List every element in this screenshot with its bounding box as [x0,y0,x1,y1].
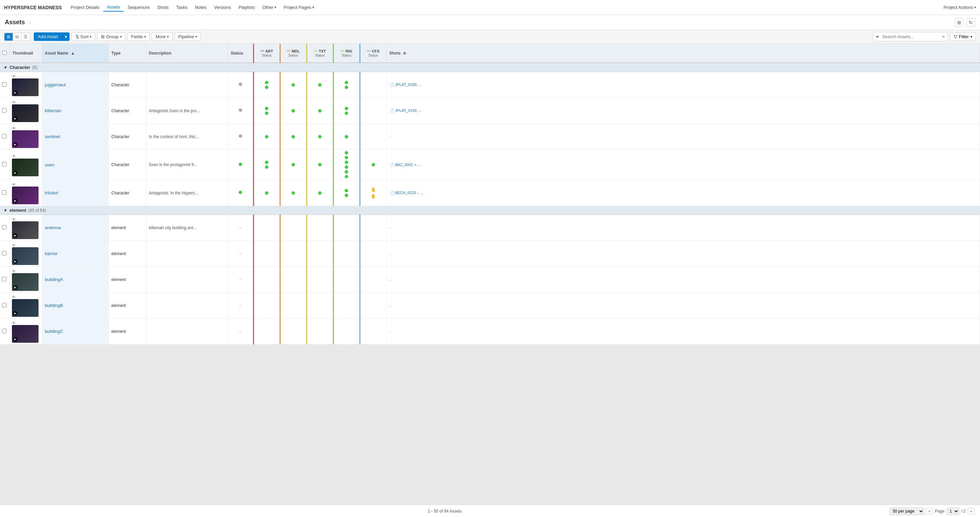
sort-asc-icon: ▲ [71,51,75,56]
eye-icon[interactable]: 👁 [12,243,16,247]
add-asset-button[interactable]: Add Asset [34,32,62,41]
eye-icon[interactable]: 👁 [12,217,16,221]
sub-header: Assets ☆ ⊞ ↻ [0,15,980,30]
asset-name-cell: trilobot [42,180,108,206]
project-actions[interactable]: Project Actions ▾ [943,5,976,10]
asset-name-link[interactable]: buildingB [45,303,64,308]
pipeline-cell [333,150,360,180]
shot-link[interactable]: BECH_0120 -, ... [395,191,423,195]
thumbnail-cell: 👁▶ [10,241,42,267]
asset-name-link[interactable]: sven [45,162,54,167]
asset-name-cell: killamari [42,98,108,124]
table-row: 👁▶buildingAelement–– [0,267,980,293]
view-grid-small-btn[interactable]: ⊞ [4,33,13,41]
group-arrow: ▾ [120,35,122,38]
nav-project-pages[interactable]: Project Pages ▾ [280,3,317,11]
eye-icon[interactable]: 👁 [12,321,16,325]
asset-name-link[interactable]: buildingC [45,329,64,334]
nav-notes[interactable]: Notes [192,3,210,11]
add-asset-group: Add Asset ▾ [34,32,70,41]
col-status-header: Status [228,44,253,63]
nav-sequences[interactable]: Sequences [124,3,153,11]
group-toggle[interactable]: ▼ [3,65,8,70]
row-checkbox[interactable] [2,251,6,255]
description-cell [146,293,228,318]
row-checkbox[interactable] [2,277,6,282]
pipeline-label: Pipeline [178,34,194,39]
row-checkbox[interactable] [2,162,6,166]
table-row: 👁▶killamariCharacterAntagonist.Sven is t… [0,98,980,124]
eye-icon[interactable]: 👁 [12,269,16,273]
shot-link[interactable]: ABC_0001 ×, ... [395,163,422,167]
group-button[interactable]: ⊞ Group ▾ [97,32,125,41]
description-cell: Antagonist. In the Hypers... [146,180,228,206]
asset-name-cell: buildingA [42,267,108,293]
thumbnail-cell: 👁▶ [10,293,42,318]
sort-arrow: ▾ [90,35,91,38]
pipeline-cell [253,180,280,206]
eye-icon[interactable]: 👁 [12,154,16,158]
col-name-header[interactable]: Asset Name ▲ [42,44,108,63]
asset-name-link[interactable]: juggernaut [45,82,66,87]
group-count: (45 of 54) [28,208,46,213]
nav-tasks[interactable]: Tasks [173,3,191,11]
thumbnail-cell: 👁▶ [10,150,42,180]
row-checkbox[interactable] [2,108,6,113]
shot-link[interactable]: JPLAT_0190, ... [395,83,422,87]
row-checkbox[interactable] [2,329,6,333]
sort-button[interactable]: ⇅ Sort ▾ [72,32,95,41]
nav-playlists[interactable]: Playlists [235,3,258,11]
filter-button[interactable]: ▽ Filter ▾ [950,32,976,41]
nav-versions[interactable]: Versions [211,3,235,11]
eye-icon[interactable]: 👁 [12,100,16,104]
type-cell: element [108,267,146,293]
select-all-checkbox[interactable] [2,51,7,55]
star-icon[interactable]: ☆ [28,20,32,25]
eye-icon[interactable]: 👁 [12,126,16,130]
fields-button[interactable]: Fields ▾ [127,32,150,41]
asset-name-link[interactable]: antenna [45,225,61,230]
row-checkbox[interactable] [2,190,6,195]
pipeline-cell [360,215,387,241]
shots-column-settings-icon[interactable]: ⚙ [403,51,406,55]
eye-icon[interactable]: 👁 [12,74,16,78]
row-checkbox[interactable] [2,303,6,307]
view-icon-grid-large[interactable]: ⊞ [955,18,964,27]
nav-assets[interactable]: Assets [103,3,123,11]
refresh-icon[interactable]: ↻ [966,18,975,27]
more-button[interactable]: More ▾ [152,32,173,41]
asset-name-link[interactable]: killamari [45,108,61,113]
nav-other[interactable]: Other ▾ [259,3,280,11]
eye-icon[interactable]: 👁 [12,295,16,299]
pipeline-cell [253,215,280,241]
row-checkbox[interactable] [2,82,6,87]
col-type-header: Type [108,44,146,63]
search-input[interactable] [873,32,948,41]
group-toggle[interactable]: ▼ [3,208,8,213]
more-label: More [156,34,166,39]
group-row: ▼Character(5) [0,63,980,72]
pipeline-cell [280,215,307,241]
asset-name-link[interactable]: barrier [45,251,58,256]
eye-icon[interactable]: 👁 [12,183,16,186]
view-list-btn[interactable]: ☰ [21,33,30,41]
pipeline-button[interactable]: Pipeline ▾ [175,32,201,41]
nav-project-details[interactable]: Project Details [67,3,103,11]
type-cell: Character [108,150,146,180]
shots-cell: – [387,215,980,241]
view-grid-large-btn[interactable]: ⊟ [13,33,21,41]
type-cell: Character [108,72,146,98]
add-asset-dropdown-button[interactable]: ▾ [62,32,70,41]
asset-name-link[interactable]: trilobot [45,190,58,196]
search-clear-icon[interactable]: ✕ [942,35,945,39]
row-checkbox[interactable] [2,225,6,229]
asset-name-link[interactable]: buildingA [45,277,64,282]
nav-shots[interactable]: Shots [154,3,172,11]
row-checkbox[interactable] [2,134,6,138]
pipeline-cell [360,150,387,180]
asset-name-link[interactable]: sentinel [45,134,60,139]
toolbar: ⊞ ⊟ ☰ Add Asset ▾ ⇅ Sort ▾ ⊞ Group ▾ Fie… [0,30,980,44]
pipeline-cell [360,267,387,293]
search-dropdown-icon[interactable]: ▾ [876,35,877,38]
shot-link[interactable]: JPLAT_0190, ... [395,108,422,113]
